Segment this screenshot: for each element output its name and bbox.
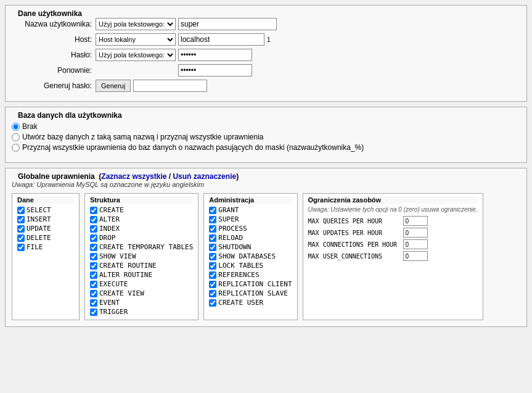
- cb-index[interactable]: [90, 225, 97, 233]
- cb-drop[interactable]: [90, 234, 97, 242]
- cb-event[interactable]: [90, 299, 97, 307]
- privileges-note: Uwaga: Uprawnienia MySQL są oznaczone w …: [12, 181, 520, 188]
- username-label: Nazwa użytkownika:: [12, 20, 92, 28]
- host-controls: Host lokalny 1: [96, 33, 271, 46]
- cb-create[interactable]: [90, 207, 97, 214]
- cb-replication-slave[interactable]: [209, 290, 216, 297]
- user-data-section: Dane użytkownika Nazwa użytkownika: Użyj…: [5, 5, 527, 102]
- priv-drop: DROP: [90, 234, 193, 242]
- res-user-connections-label: MAX USER_CONNECTIONS: [308, 253, 401, 260]
- select-all-link[interactable]: Zaznacz wszystkie: [101, 172, 166, 181]
- privileges-section: Globalne uprawnienia (Zaznacz wszystkie …: [5, 168, 527, 327]
- username-controls: Użyj pola tekstowego:: [96, 18, 277, 30]
- cb-create-view[interactable]: [90, 290, 97, 297]
- cb-create-temp[interactable]: [90, 244, 97, 251]
- priv-alter-routine: ALTER ROUTINE: [90, 271, 193, 279]
- db-option-none-label: Brak: [22, 122, 38, 131]
- generate-output[interactable]: [133, 80, 207, 92]
- resource-note: Uwaga: Ustawienie tych opcji na 0 (zero)…: [308, 206, 478, 213]
- confirm-label: Ponownie:: [12, 66, 92, 75]
- priv-shutdown: SHUTDOWN: [209, 243, 292, 251]
- cb-shutdown[interactable]: [209, 244, 216, 251]
- generate-controls: Generuj: [96, 80, 207, 92]
- cb-show-databases[interactable]: [209, 253, 216, 260]
- privileges-grid: Dane SELECT INSERT UPDATE DELETE FILE: [12, 193, 520, 320]
- administracja-box: Administracja GRANT SUPER PROCESS RELOAD…: [203, 193, 297, 320]
- database-legend: Baza danych dla użytkownika: [15, 111, 520, 120]
- struktura-title: Struktura: [90, 196, 193, 204]
- cb-create-user[interactable]: [209, 299, 216, 307]
- username-type-select[interactable]: Użyj pola tekstowego:: [96, 18, 176, 30]
- res-queries-label: MAX QUERIES PER HOUR: [308, 218, 401, 225]
- cb-file[interactable]: [17, 244, 25, 251]
- priv-show-view: SHOW VIEW: [90, 252, 193, 260]
- res-queries-input[interactable]: [403, 216, 428, 226]
- cb-create-routine[interactable]: [90, 262, 97, 270]
- cb-reload[interactable]: [209, 234, 216, 242]
- dane-box: Dane SELECT INSERT UPDATE DELETE FILE: [12, 193, 80, 320]
- db-option-create: Utwórz bazę danych z taką samą nazwą i p…: [12, 133, 520, 141]
- confirm-controls: [96, 64, 252, 77]
- password-type-select[interactable]: Użyj pola tekstowego:: [96, 49, 176, 61]
- priv-reload: RELOAD: [209, 234, 292, 242]
- res-updates: MAX UPDATES PER HOUR: [308, 228, 478, 238]
- password-controls: Użyj pola tekstowego:: [96, 49, 252, 61]
- cb-alter[interactable]: [90, 216, 97, 223]
- cb-trigger[interactable]: [90, 308, 97, 316]
- cb-select[interactable]: [17, 207, 25, 214]
- priv-insert: INSERT: [17, 215, 74, 223]
- priv-show-databases: SHOW DATABASES: [209, 252, 292, 260]
- username-input[interactable]: [178, 18, 277, 30]
- res-queries: MAX QUERIES PER HOUR: [308, 216, 478, 226]
- deselect-all-link[interactable]: Usuń zaznaczenie: [173, 172, 236, 181]
- password-input[interactable]: [178, 49, 252, 61]
- host-input[interactable]: [178, 33, 264, 46]
- cb-delete[interactable]: [17, 234, 25, 242]
- cb-update[interactable]: [17, 225, 25, 233]
- db-radio-mask[interactable]: [12, 144, 20, 152]
- cb-insert[interactable]: [17, 216, 25, 223]
- res-user-connections-input[interactable]: [403, 251, 428, 261]
- confirm-input[interactable]: [178, 64, 252, 77]
- priv-grant: GRANT: [209, 206, 292, 214]
- cb-lock-tables[interactable]: [209, 262, 216, 270]
- priv-create: CREATE: [90, 206, 193, 214]
- db-option-none: Brak: [12, 122, 520, 131]
- cb-replication-client[interactable]: [209, 281, 216, 288]
- cb-process[interactable]: [209, 225, 216, 233]
- generate-label: Generuj hasło:: [12, 81, 92, 90]
- cb-execute[interactable]: [90, 281, 97, 288]
- confirm-row: Ponownie:: [12, 64, 520, 77]
- priv-file: FILE: [17, 243, 74, 251]
- priv-index: INDEX: [90, 225, 193, 233]
- db-radio-create[interactable]: [12, 133, 20, 141]
- cb-super[interactable]: [209, 216, 216, 223]
- res-updates-input[interactable]: [403, 228, 428, 238]
- priv-create-user: CREATE USER: [209, 299, 292, 307]
- cb-references[interactable]: [209, 271, 216, 279]
- db-option-mask: Przyznaj wszystkie uprawnienia do baz da…: [12, 143, 520, 152]
- res-connections-input[interactable]: [403, 239, 428, 249]
- cb-alter-routine[interactable]: [90, 271, 97, 279]
- db-option-create-label: Utwórz bazę danych z taką samą nazwą i p…: [22, 133, 264, 141]
- priv-alter: ALTER: [90, 215, 193, 223]
- resource-box: Ograniczenia zasobów Uwaga: Ustawienie t…: [303, 193, 483, 320]
- cb-grant[interactable]: [209, 207, 216, 214]
- db-radio-none[interactable]: [12, 123, 20, 131]
- priv-create-routine: CREATE ROUTINE: [90, 262, 193, 270]
- host-type-select[interactable]: Host lokalny: [96, 33, 176, 46]
- priv-references: REFERENCES: [209, 271, 292, 279]
- priv-update: UPDATE: [17, 225, 74, 233]
- priv-process: PROCESS: [209, 225, 292, 233]
- privileges-legend: Globalne uprawnienia (Zaznacz wszystkie …: [15, 172, 520, 181]
- generate-row: Generuj hasło: Generuj: [12, 80, 520, 92]
- cb-show-view[interactable]: [90, 253, 97, 260]
- priv-execute: EXECUTE: [90, 280, 193, 288]
- priv-replication-client: REPLICATION CLIENT: [209, 280, 292, 288]
- priv-select: SELECT: [17, 206, 74, 214]
- res-connections-label: MAX CONNECTIONS PER HOUR: [308, 241, 401, 248]
- priv-trigger: TRIGGER: [90, 308, 193, 316]
- generate-button[interactable]: Generuj: [96, 80, 131, 92]
- database-options: Brak Utwórz bazę danych z taką samą nazw…: [12, 120, 520, 156]
- user-data-legend: Dane użytkownika: [15, 9, 520, 18]
